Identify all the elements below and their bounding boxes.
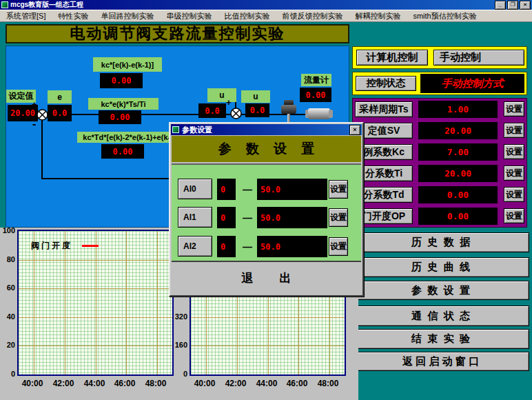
menu-item-0[interactable]: 系统管理[S]: [0, 11, 52, 21]
chart-1-x-tick-label: 44:00: [253, 379, 280, 388]
menu-item-1[interactable]: 特性实验: [52, 11, 94, 21]
chart-0-x-tick-label: 44:00: [81, 379, 108, 388]
param-label-0: 采样周期Ts: [355, 101, 413, 117]
mcgs-app-icon: [1, 1, 8, 8]
chart-0-gridline-h: [19, 346, 172, 346]
p-term-display: 0.00: [100, 73, 143, 88]
legend-line-swatch: [82, 245, 99, 247]
dialog-body: AI00—50.0设置AI10—50.0设置AI20—50.0设置: [172, 163, 361, 262]
u2-display: 0.0: [245, 103, 269, 117]
dialog-high-display-2: 50.0: [257, 236, 327, 257]
chart-0-gridline-v: [34, 231, 34, 374]
param-value-1: 20.00: [418, 122, 498, 139]
dialog-channel-button-0[interactable]: AI0: [178, 179, 212, 199]
nav-button-5[interactable]: 返 回 启 动 窗 口: [352, 352, 529, 371]
dialog-channel-button-1[interactable]: AI1: [178, 207, 212, 228]
param-set-button-3[interactable]: 设置: [504, 166, 524, 181]
dialog-range-dash-2: —: [241, 236, 254, 257]
chart-1-x-tick-label: 40:00: [191, 379, 218, 388]
exit-button[interactable]: 退 出: [238, 270, 296, 287]
dialog-low-display-2: 0: [217, 236, 236, 257]
nav-button-3[interactable]: 通 信 状 态: [352, 306, 529, 326]
dialog-channel-button-2[interactable]: AI2: [178, 236, 212, 257]
menu-item-5[interactable]: 前馈反馈控制实验: [276, 11, 349, 21]
dialog-header-text: 参 数 设 置: [218, 140, 314, 158]
window-title: mcgs教育版—组态工程: [10, 0, 493, 10]
dialog-high-display-0: 50.0: [257, 179, 327, 200]
chart-1-x-tick-label: 46:00: [283, 379, 311, 388]
nav-button-0[interactable]: 历 史 数 据: [352, 232, 529, 252]
dialog-high-display-1: 50.0: [257, 207, 327, 228]
parameter-settings-dialog: 参数设置 × 参 数 设 置 AI00—50.0设置AI10—50.0设置AI2…: [169, 122, 364, 297]
junction1-minus-sign: -: [32, 119, 36, 130]
dialog-set-button-0[interactable]: 设置: [329, 180, 348, 199]
dialog-range-dash-1: —: [241, 207, 254, 228]
param-value-3: 20.00: [418, 165, 498, 182]
flowmeter-display: 0.00: [300, 88, 331, 102]
mcgs-main-window: mcgs教育版—组态工程 _ ❐ × 系统管理[S]特性实验单回路控制实验串级控…: [0, 0, 532, 400]
experiment-title: 电动调节阀支路流量控制实验: [70, 23, 285, 44]
nav-button-4[interactable]: 结 束 实 验: [352, 329, 529, 349]
param-set-button-5[interactable]: 设置: [504, 208, 524, 223]
chart-0-y-tick-label: 20: [0, 341, 15, 349]
dialog-header-band: 参 数 设 置: [172, 136, 361, 162]
chart-0-legend: 阀门开度: [31, 240, 99, 252]
param-value-0: 1.00: [418, 101, 498, 118]
restore-button[interactable]: ❐: [507, 1, 518, 10]
u1-display: 0.0: [198, 103, 226, 118]
menu-item-2[interactable]: 单回路控制实验: [94, 11, 160, 21]
chart-0-gridline-v: [126, 231, 127, 374]
error-label: e: [48, 90, 72, 103]
chart-0-y-tick-label: 100: [0, 226, 15, 234]
manual-control-button[interactable]: 手动控制: [433, 50, 524, 66]
dialog-titlebar[interactable]: 参数设置 ×: [171, 124, 362, 135]
chart-1-y-tick-label: 320: [172, 312, 187, 321]
param-value-5: 0.00: [418, 208, 498, 225]
chart-0-y-tick-label: 40: [0, 312, 15, 321]
i-term-display: 0.00: [99, 110, 141, 124]
pump-icon-cap-right: [329, 110, 333, 118]
nav-button-2[interactable]: 参 数 设 置: [352, 281, 529, 300]
dialog-close-button[interactable]: ×: [349, 125, 360, 135]
chart-0-y-tick-label: 80: [0, 255, 15, 263]
dialog-set-button-1[interactable]: 设置: [329, 208, 348, 227]
dialog-low-display-1: 0: [217, 207, 236, 228]
close-button[interactable]: ×: [520, 1, 531, 10]
i-term-label: kc*e(k)*Ts/Ti: [88, 98, 158, 110]
summing-junction-2: [230, 108, 242, 119]
dialog-footer: 退 出: [172, 262, 361, 294]
junction2-plus-sign: +: [226, 98, 232, 107]
menu-item-6[interactable]: 解耦控制实验: [349, 11, 407, 21]
chart-1-gridline-h: [191, 317, 345, 318]
nav-button-1[interactable]: 历 史 曲 线: [352, 257, 529, 277]
param-set-button-0[interactable]: 设置: [504, 101, 524, 117]
menu-item-7[interactable]: smith预估控制实验: [407, 11, 482, 21]
chart-0-y-tick-label: 0: [0, 370, 15, 378]
chart-0-y-tick-label: 60: [0, 283, 15, 292]
dialog-low-display-0: 0: [217, 179, 236, 200]
control-status-display: 手动控制方式: [420, 74, 524, 93]
feedback-wire-down: [41, 120, 43, 179]
param-set-button-4[interactable]: 设置: [504, 187, 524, 202]
chart-1-x-tick-label: 42:00: [222, 379, 249, 388]
minimize-button[interactable]: _: [495, 1, 506, 10]
chart-0-x-tick-label: 46:00: [111, 379, 139, 388]
d-term-display: 0.00: [101, 144, 144, 159]
dialog-range-dash-0: —: [241, 179, 254, 200]
control-valve-body: [281, 105, 296, 114]
chart-1-gridline-h: [191, 346, 345, 346]
dialog-set-button-2[interactable]: 设置: [329, 237, 348, 256]
chart-0-gridline-h: [19, 317, 172, 318]
chart-0-gridline-v: [96, 231, 96, 374]
summing-junction-1: [37, 109, 48, 121]
flowmeter-label: 流量计: [301, 74, 331, 86]
param-set-button-2[interactable]: 设置: [504, 144, 524, 159]
computer-control-button[interactable]: 计算机控制: [356, 50, 428, 66]
menu-item-3[interactable]: 串级控制实验: [160, 11, 218, 21]
chart-0-x-tick-label: 42:00: [50, 379, 77, 388]
menu-item-4[interactable]: 比值控制实验: [218, 11, 276, 21]
error-display: 0.0: [48, 105, 72, 121]
param-set-button-1[interactable]: 设置: [504, 123, 524, 138]
legend-label: 阀门开度: [31, 240, 72, 252]
p-term-label: kc*[e(k)-e(k-1)]: [93, 57, 162, 72]
